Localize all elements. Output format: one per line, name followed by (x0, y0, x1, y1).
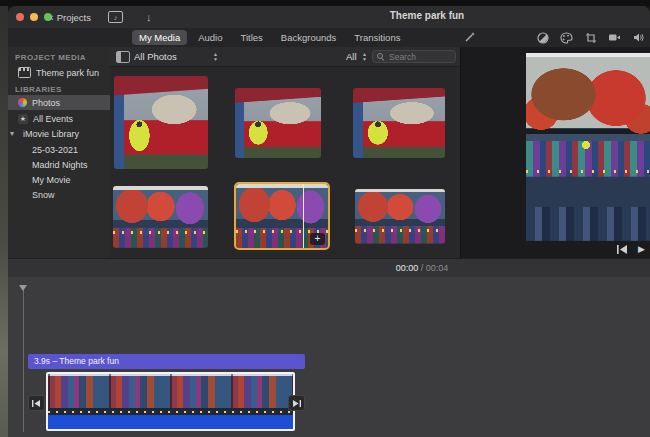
filter-popup-arrows-icon[interactable]: ▲▼ (362, 52, 367, 61)
skimmer-playhead (303, 184, 304, 248)
photo-thumbnail-ride-1[interactable] (113, 186, 208, 248)
playback-controls: ▶ (617, 244, 645, 254)
media-note-icon: ♪ (108, 11, 123, 23)
sidebar-item-25-03-2021[interactable]: 25-03-2021 (8, 142, 110, 157)
projects-back-label: Projects (57, 12, 91, 23)
media-browser: All Photos ▲▼ All ▲▼ + (110, 47, 460, 258)
minimize-button[interactable] (30, 13, 38, 21)
viewer-image[interactable] (526, 53, 650, 241)
media-tabs: My Media Audio Titles Backgrounds Transi… (132, 30, 407, 45)
color-correction-palette-icon[interactable] (560, 31, 573, 44)
browser-header: All Photos ▲▼ All ▲▼ (110, 47, 460, 67)
title-bar[interactable]: ‹ Projects ♪ ↓ Theme park fun (8, 6, 650, 28)
libraries-sidebar: PROJECT MEDIA Theme park fun LIBRARIES P… (8, 47, 111, 258)
playhead-line (23, 290, 24, 432)
viewer-pane: ▶ (460, 47, 650, 258)
sidebar-item-my-movie[interactable]: My Movie (8, 172, 110, 187)
timecode: 00:00 / 00:04 (342, 263, 502, 273)
skip-to-start-icon[interactable] (617, 245, 628, 254)
play-icon[interactable]: ▶ (638, 244, 645, 254)
desktop-edge (0, 0, 8, 437)
source-popup-arrows-icon[interactable]: ▲▼ (213, 52, 218, 61)
clip-filmstrip-lights (48, 408, 293, 415)
close-button[interactable] (16, 13, 24, 21)
search-input[interactable] (387, 51, 451, 63)
import-media-button[interactable]: ♪ (108, 10, 123, 24)
back-chevron-icon: ‹ (50, 11, 54, 23)
tab-transitions[interactable]: Transitions (347, 30, 407, 45)
sidebar-item-madrid-nights[interactable]: Madrid Nights (8, 157, 110, 172)
project-media-header: PROJECT MEDIA (15, 53, 86, 62)
star-icon: ★ (18, 114, 28, 124)
sidebar-item-all-events[interactable]: ★ All Events (8, 111, 110, 126)
adjust-toolbar (536, 30, 645, 45)
timeline-clip[interactable] (46, 372, 295, 431)
trim-left-handle[interactable] (28, 395, 45, 411)
sidebar-toggle-icon[interactable] (116, 51, 130, 63)
import-arrow-icon[interactable]: ↓ (146, 10, 152, 24)
clip-audio-bar (48, 415, 293, 429)
sidebar-item-photos[interactable]: Photos (8, 95, 110, 110)
stabilization-camera-icon[interactable] (608, 31, 621, 44)
sidebar-item-imovie-library[interactable]: ▾ iMovie Library (8, 126, 110, 141)
window-title: Theme park fun (332, 10, 522, 21)
photos-flower-icon (18, 98, 27, 107)
search-field[interactable] (372, 50, 456, 63)
filter-popup[interactable]: All (346, 51, 357, 62)
disclosure-triangle-icon[interactable]: ▾ (10, 129, 18, 138)
source-popup[interactable]: All Photos (134, 51, 177, 62)
enhance-wand-icon[interactable] (463, 30, 476, 43)
timeline[interactable]: 3.9s – Theme park fun (8, 277, 650, 437)
trim-right-handle[interactable] (288, 395, 305, 411)
add-to-timeline-button[interactable]: + (310, 233, 325, 245)
imovie-window: ‹ Projects ♪ ↓ Theme park fun My Media A… (8, 6, 650, 437)
tab-my-media[interactable]: My Media (132, 30, 187, 45)
tab-titles[interactable]: Titles (234, 30, 270, 45)
toolbar: My Media Audio Titles Backgrounds Transi… (8, 28, 650, 48)
volume-speaker-icon[interactable] (632, 31, 645, 44)
projects-back-button[interactable]: ‹ Projects (50, 10, 91, 24)
photo-thumbnail-booth-1[interactable] (114, 76, 208, 169)
content-area: PROJECT MEDIA Theme park fun LIBRARIES P… (8, 47, 650, 258)
traffic-lights (16, 13, 52, 21)
photo-thumbnail-ride-2-selected[interactable]: + (236, 184, 328, 248)
tab-backgrounds[interactable]: Backgrounds (274, 30, 343, 45)
crop-icon[interactable] (584, 31, 597, 44)
photo-thumbnail-ride-3[interactable] (355, 189, 445, 244)
clip-title-bar[interactable]: 3.9s – Theme park fun (28, 354, 305, 369)
photo-thumbnail-booth-2[interactable] (235, 88, 321, 158)
photo-thumbnail-booth-3[interactable] (353, 88, 445, 158)
timecode-duration: 00:04 (426, 263, 449, 273)
color-balance-icon[interactable] (536, 31, 549, 44)
timecode-strip: 00:00 / 00:04 (8, 258, 650, 278)
clip-filmstrip (48, 374, 293, 408)
sidebar-item-theme-park-fun[interactable]: Theme park fun (8, 65, 110, 80)
tab-audio[interactable]: Audio (191, 30, 229, 45)
timecode-separator: / (421, 263, 424, 273)
libraries-header: LIBRARIES (15, 85, 62, 94)
timecode-current: 00:00 (396, 263, 419, 273)
clapperboard-icon (18, 67, 31, 78)
sidebar-item-snow[interactable]: Snow (8, 187, 110, 202)
search-icon (377, 53, 384, 60)
